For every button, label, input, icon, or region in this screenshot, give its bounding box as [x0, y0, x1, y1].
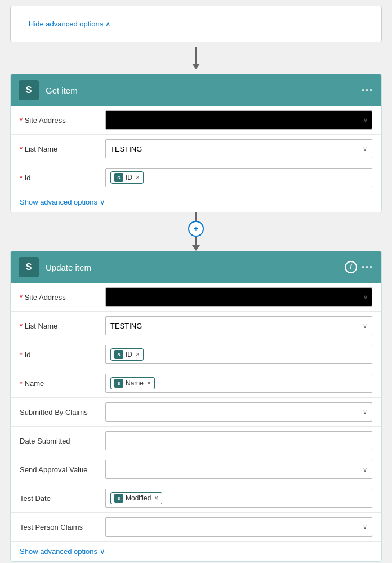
update-item-header: S Update item i ··· — [11, 251, 381, 283]
update-item-name-token: S Name × — [110, 377, 155, 389]
get-item-id-token-container[interactable]: S ID × — [105, 168, 372, 187]
update-item-info-icon[interactable]: i — [345, 261, 357, 273]
get-item-list-name-box[interactable]: TESTING ∨ — [105, 139, 372, 158]
update-item-test-person-input[interactable]: ∨ — [105, 517, 372, 537]
update-item-submitted-by-row: Submitted By Claims ∨ — [11, 398, 381, 427]
update-item-dots-menu[interactable]: ··· — [362, 261, 373, 273]
get-item-site-address-input[interactable]: ∨ ∨ — [105, 110, 372, 130]
get-item-site-address-row: Site Address ∨ ∨ — [11, 106, 381, 135]
update-item-test-date-row: Test Date S Modified × — [11, 484, 381, 513]
update-item-chevron-down-icon: ∨ — [100, 547, 105, 556]
connector-add-line-top — [195, 212, 197, 221]
update-item-site-address-label: Site Address — [20, 293, 99, 302]
update-item-card: S Update item i ··· Site Address ∨ ∨ — [10, 251, 382, 562]
update-item-name-input[interactable]: S Name × — [105, 374, 372, 393]
connector-add-arrowhead — [192, 245, 200, 251]
update-item-name-token-container[interactable]: S Name × — [105, 374, 372, 393]
update-item-list-name-box[interactable]: TESTING ∨ — [105, 316, 372, 335]
update-item-id-token-container[interactable]: S ID × — [105, 345, 372, 364]
update-item-send-approval-label: Send Approval Value — [20, 466, 99, 474]
update-item-id-row: Id S ID × — [11, 340, 381, 369]
update-item-date-submitted-row: Date Submitted — [11, 427, 381, 455]
update-item-id-token-icon: S — [114, 350, 123, 359]
update-item-name-row: Name S Name × — [11, 369, 381, 398]
update-item-test-person-row: Test Person Claims ∨ — [11, 513, 381, 542]
get-item-id-token: S ID × — [110, 171, 144, 184]
update-item-id-token: S ID × — [110, 348, 144, 361]
connector-arrowhead — [192, 64, 200, 69]
update-item-id-token-close[interactable]: × — [136, 351, 140, 358]
connector-add: + — [188, 212, 204, 251]
get-item-show-advanced-text: Show advanced options — [20, 198, 97, 206]
update-item-name-token-close[interactable]: × — [147, 379, 151, 387]
update-item-test-date-token-container[interactable]: S Modified × — [105, 489, 372, 508]
get-item-body: Site Address ∨ ∨ List Name TESTING ∨ — [11, 106, 381, 212]
connector-add-line-bottom — [195, 237, 197, 245]
update-item-test-person-box[interactable]: ∨ — [105, 517, 372, 537]
update-item-list-name-label: List Name — [20, 322, 99, 330]
get-item-actions: ··· — [362, 85, 373, 96]
connector-line — [195, 47, 197, 64]
get-item-show-advanced-link[interactable]: Show advanced options ∨ — [11, 192, 381, 212]
update-item-site-address-input[interactable]: ∨ ∨ — [105, 287, 372, 307]
update-item-name-label: Name — [20, 379, 99, 388]
get-item-title: Get item — [46, 86, 355, 95]
update-item-test-date-label: Test Date — [20, 494, 99, 503]
get-item-id-input[interactable]: S ID × — [105, 168, 372, 187]
update-item-date-submitted-input[interactable] — [105, 431, 372, 450]
update-item-title: Update item — [46, 263, 338, 272]
update-item-submitted-by-input[interactable]: ∨ — [105, 402, 372, 422]
update-item-test-date-token: S Modified × — [110, 492, 162, 504]
get-item-list-name-arrow: ∨ — [363, 145, 367, 153]
get-item-chevron-down-icon: ∨ — [100, 198, 105, 206]
get-item-header: S Get item ··· — [11, 74, 381, 106]
get-item-list-name-label: List Name — [20, 145, 99, 153]
update-item-test-date-token-close[interactable]: × — [154, 494, 158, 502]
update-item-test-date-input[interactable]: S Modified × — [105, 489, 372, 508]
get-item-id-label: Id — [20, 174, 99, 182]
connector-1 — [192, 42, 200, 74]
update-item-date-submitted-box[interactable] — [105, 431, 372, 450]
update-item-send-approval-arrow: ∨ — [363, 466, 367, 473]
add-step-button[interactable]: + — [188, 221, 204, 237]
update-item-send-approval-input[interactable]: ∨ — [105, 460, 372, 479]
chevron-up-icon: ∧ — [105, 20, 111, 28]
update-item-site-address-box[interactable] — [105, 287, 372, 307]
update-item-test-date-token-icon: S — [114, 494, 123, 503]
update-item-date-submitted-label: Date Submitted — [20, 437, 99, 445]
update-item-submitted-by-arrow: ∨ — [363, 409, 367, 416]
update-item-send-approval-box[interactable]: ∨ — [105, 460, 372, 479]
update-item-show-advanced-link[interactable]: Show advanced options ∨ — [11, 542, 381, 561]
update-item-body: Site Address ∨ ∨ List Name TESTING ∨ — [11, 283, 381, 561]
update-item-list-name-row: List Name TESTING ∨ — [11, 312, 381, 340]
get-item-id-token-icon: S — [114, 173, 123, 182]
update-item-id-input[interactable]: S ID × — [105, 345, 372, 364]
hide-advanced-options-text: Hide advanced options — [29, 20, 103, 28]
update-item-id-label: Id — [20, 351, 99, 359]
update-item-list-name-input[interactable]: TESTING ∨ — [105, 316, 372, 335]
update-item-name-token-icon: S — [114, 379, 123, 388]
update-item-submitted-by-box[interactable]: ∨ — [105, 402, 372, 422]
update-item-show-advanced-text: Show advanced options — [20, 547, 97, 556]
get-item-list-name-row: List Name TESTING ∨ — [11, 135, 381, 163]
update-item-actions: i ··· — [345, 261, 373, 273]
update-item-submitted-by-label: Submitted By Claims — [20, 408, 99, 416]
update-item-test-person-label: Test Person Claims — [20, 523, 99, 531]
update-item-send-approval-row: Send Approval Value ∨ — [11, 455, 381, 484]
top-card: Hide advanced options ∧ — [10, 6, 382, 42]
hide-advanced-options-link[interactable]: Hide advanced options ∧ — [20, 14, 372, 34]
get-item-site-address-box[interactable] — [105, 110, 372, 130]
get-item-dots-menu[interactable]: ··· — [362, 85, 373, 96]
get-item-list-name-input[interactable]: TESTING ∨ — [105, 139, 372, 158]
get-item-site-address-label: Site Address — [20, 116, 99, 125]
get-item-card: S Get item ··· Site Address ∨ ∨ Lis — [10, 74, 382, 212]
get-item-icon: S — [19, 80, 39, 100]
get-item-id-row: Id S ID × — [11, 163, 381, 192]
get-item-id-token-close[interactable]: × — [136, 174, 140, 181]
update-item-test-person-arrow: ∨ — [363, 524, 367, 531]
update-item-list-name-arrow: ∨ — [363, 322, 367, 330]
update-item-site-address-row: Site Address ∨ ∨ — [11, 283, 381, 312]
update-item-icon: S — [19, 257, 39, 277]
